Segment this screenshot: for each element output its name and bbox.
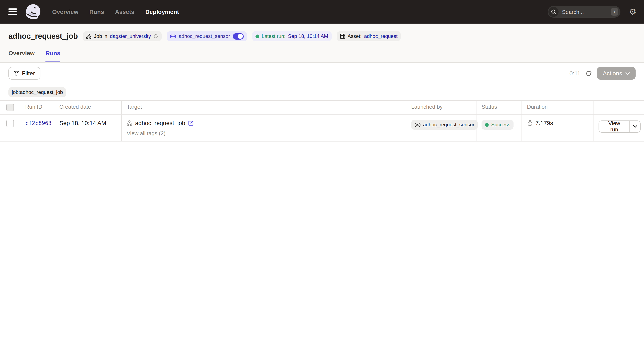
filter-button-label: Filter xyxy=(22,70,35,77)
chevron-down-icon xyxy=(626,72,630,75)
latest-run-chip[interactable]: Latest run: Sep 18, 10:14 AM xyxy=(252,31,332,41)
sensor-toggle[interactable] xyxy=(232,33,244,39)
tab-overview[interactable]: Overview xyxy=(8,50,35,62)
nav-item-assets[interactable]: Assets xyxy=(115,9,134,15)
table-header-row: Run ID Created date Target Launched by S… xyxy=(0,101,644,115)
view-all-tags-button[interactable]: View all tags (2) xyxy=(127,130,402,136)
filter-tag-job[interactable]: job:adhoc_request_job xyxy=(8,87,66,97)
launched-by-sensor-chip[interactable]: adhoc_request_sensor xyxy=(411,120,478,130)
launched-by-sensor-name: adhoc_request_sensor xyxy=(423,122,474,128)
row-checkbox-cell xyxy=(0,115,20,141)
code-location-link[interactable]: dagster_university xyxy=(110,33,151,39)
refresh-icon[interactable] xyxy=(585,69,593,77)
asset-grid-icon xyxy=(340,34,345,39)
latest-run-prefix: Latest run: xyxy=(262,33,286,39)
view-run-button[interactable]: View run xyxy=(599,121,630,132)
actions-button-label: Actions xyxy=(603,70,622,77)
column-header-run-id: Run ID xyxy=(20,101,54,114)
nav-item-runs[interactable]: Runs xyxy=(90,9,104,15)
stopwatch-icon xyxy=(527,120,533,126)
top-nav-bar: Overview Runs Assets Deployment / ⚙ xyxy=(0,0,644,24)
hamburger-menu-icon[interactable] xyxy=(7,6,18,18)
select-all-checkbox[interactable] xyxy=(6,104,14,111)
run-id-cell: cf2c8963 xyxy=(20,115,54,141)
asset-link[interactable]: adhoc_request xyxy=(364,33,398,39)
search-input[interactable] xyxy=(561,8,608,15)
page-header: adhoc_request_job Job in dagster_univers… xyxy=(0,24,644,63)
job-location-prefix: Job in xyxy=(94,33,107,39)
runs-table: Run ID Created date Target Launched by S… xyxy=(0,101,644,142)
run-id-link[interactable]: cf2c8963 xyxy=(25,120,52,126)
search-input-container[interactable]: / xyxy=(548,6,620,18)
filter-button[interactable]: Filter xyxy=(8,67,40,80)
nav-item-overview[interactable]: Overview xyxy=(52,9,78,15)
refresh-countdown: 0:11 xyxy=(570,70,580,77)
created-date-cell: Sep 18, 10:14 AM xyxy=(54,115,122,141)
runs-toolbar: Filter 0:11 Actions xyxy=(0,63,644,84)
status-success-dot xyxy=(485,123,489,127)
reload-location-icon[interactable] xyxy=(154,34,158,39)
row-checkbox[interactable] xyxy=(6,120,14,127)
table-row: cf2c8963 Sep 18, 10:14 AM adhoc_request_… xyxy=(0,115,644,142)
column-header-launched-by: Launched by xyxy=(406,101,476,114)
column-header-actions xyxy=(594,101,644,114)
status-cell: Success xyxy=(476,115,522,141)
launched-by-cell: adhoc_request_sensor xyxy=(406,115,476,141)
nav-item-deployment[interactable]: Deployment xyxy=(145,9,179,15)
duration-value: 7.179s xyxy=(536,120,553,126)
job-graph-icon xyxy=(127,120,132,126)
sensor-icon xyxy=(170,34,176,39)
view-run-caret-icon[interactable] xyxy=(630,121,640,132)
page-title: adhoc_request_job xyxy=(8,32,78,41)
select-all-checkbox-cell xyxy=(0,101,20,114)
duration-cell: 7.179s xyxy=(522,115,594,141)
latest-run-status-dot xyxy=(255,34,259,38)
column-header-status: Status xyxy=(476,101,522,114)
search-shortcut-badge: / xyxy=(611,8,618,16)
actions-button[interactable]: Actions xyxy=(597,67,636,80)
settings-gear-icon[interactable]: ⚙ xyxy=(628,7,637,17)
page-tabs: Overview Runs xyxy=(8,50,636,62)
status-label: Success xyxy=(491,122,510,128)
external-link-icon[interactable] xyxy=(188,120,194,126)
job-graph-icon xyxy=(86,34,91,39)
view-run-split-button: View run xyxy=(598,120,641,132)
dagster-logo-icon[interactable] xyxy=(24,3,42,21)
tab-runs[interactable]: Runs xyxy=(46,50,60,62)
applied-filters-row: job:adhoc_request_job xyxy=(0,84,644,101)
sensor-name-link[interactable]: adhoc_request_sensor xyxy=(179,33,230,39)
search-icon xyxy=(548,7,558,17)
target-cell: adhoc_request_job View all tags (2) xyxy=(122,115,406,141)
filter-funnel-icon xyxy=(14,71,19,76)
status-badge[interactable]: Success xyxy=(482,120,514,130)
column-header-created-date: Created date xyxy=(54,101,122,114)
column-header-duration: Duration xyxy=(522,101,594,114)
asset-chip[interactable]: Asset: adhoc_request xyxy=(336,31,401,41)
primary-nav: Overview Runs Assets Deployment xyxy=(52,9,179,15)
job-location-chip[interactable]: Job in dagster_university xyxy=(83,31,162,41)
sensor-icon xyxy=(414,122,420,127)
dagster-app: Overview Runs Assets Deployment / ⚙ adho… xyxy=(0,0,644,342)
row-actions-cell: View run xyxy=(594,115,644,141)
column-header-target: Target xyxy=(122,101,406,114)
asset-prefix: Asset: xyxy=(348,33,362,39)
target-job-name[interactable]: adhoc_request_job xyxy=(135,120,185,126)
latest-run-link[interactable]: Sep 18, 10:14 AM xyxy=(288,33,328,39)
sensor-chip[interactable]: adhoc_request_sensor xyxy=(167,31,247,41)
